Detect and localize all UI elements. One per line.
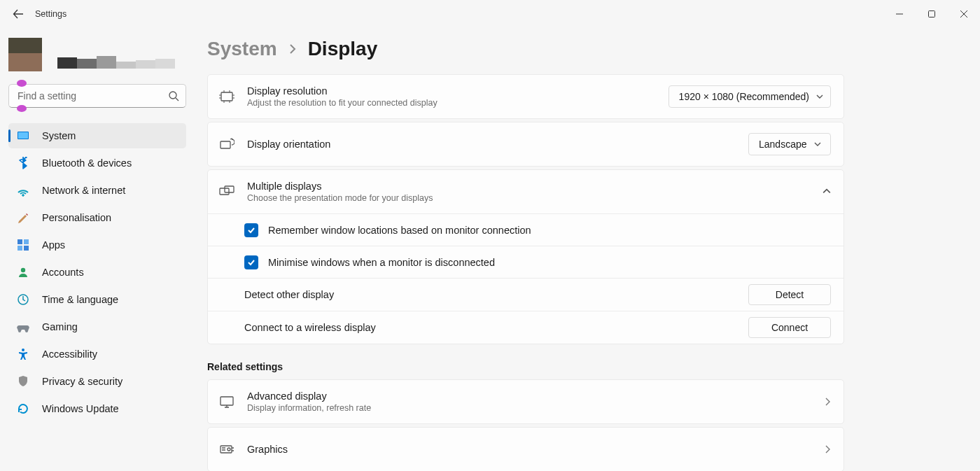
sidebar-item-label: Gaming (42, 321, 78, 332)
network-icon (17, 184, 29, 197)
sidebar-item-label: Accessibility (42, 349, 97, 360)
resolution-icon (219, 89, 234, 104)
row-minimise-on-disconnect[interactable]: Minimise windows when a monitor is disco… (208, 246, 844, 278)
sidebar-item-label: Time & language (42, 294, 118, 305)
user-block[interactable] (8, 38, 186, 71)
system-icon (17, 129, 29, 142)
svg-rect-16 (220, 397, 233, 405)
sidebar-item-label: Apps (42, 239, 65, 251)
button-label: Connect (771, 322, 808, 333)
detect-button[interactable]: Detect (748, 284, 831, 305)
window-controls (883, 0, 980, 28)
sidebar-item-apps[interactable]: Apps (8, 232, 186, 258)
sidebar-item-accessibility[interactable]: Accessibility (8, 342, 186, 367)
dropdown-value: Landscape (759, 139, 807, 150)
time-language-icon (17, 293, 29, 306)
checkbox-checked[interactable] (244, 255, 258, 269)
row-subtitle: Adjust the resolution to fit your connec… (247, 98, 656, 108)
row-display-orientation[interactable]: Display orientation Landscape (208, 122, 844, 166)
chevron-right-icon (824, 445, 831, 454)
sidebar-item-label: Windows Update (42, 403, 119, 414)
sidebar-item-privacy[interactable]: Privacy & security (8, 369, 186, 394)
checkbox-label: Minimise windows when a monitor is disco… (268, 257, 831, 268)
chevron-right-icon (824, 398, 831, 406)
resolution-dropdown[interactable]: 1920 × 1080 (Recommended) (668, 85, 831, 108)
bluetooth-icon (17, 157, 29, 169)
close-button[interactable] (948, 0, 980, 28)
sidebar-nav: System Bluetooth & devices Network & int… (8, 123, 186, 421)
titlebar: Settings (0, 0, 980, 28)
windows-update-icon (17, 402, 29, 415)
svg-point-11 (22, 349, 24, 351)
sidebar-item-label: System (42, 130, 76, 141)
row-connect-wireless-display: Connect to a wireless display Connect (208, 311, 844, 344)
svg-rect-13 (220, 141, 230, 148)
related-settings-heading: Related settings (207, 361, 844, 372)
privacy-icon (17, 375, 29, 388)
svg-rect-6 (24, 239, 29, 244)
row-label: Detect other display (244, 289, 738, 300)
avatar (8, 38, 42, 71)
chevron-right-icon (288, 43, 297, 57)
sidebar-item-label: Network & internet (42, 185, 125, 196)
breadcrumb-parent[interactable]: System (207, 38, 277, 60)
minimize-button[interactable] (883, 0, 916, 28)
row-remember-window-locations[interactable]: Remember window locations based on monit… (208, 213, 844, 246)
row-display-resolution[interactable]: Display resolution Adjust the resolution… (208, 75, 844, 118)
svg-point-1 (169, 92, 176, 99)
row-subtitle: Choose the presentation mode for your di… (247, 193, 810, 203)
row-label: Connect to a wireless display (244, 322, 738, 333)
sidebar-item-time[interactable]: Time & language (8, 287, 186, 312)
sidebar-item-gaming[interactable]: Gaming (8, 314, 186, 339)
sidebar-item-accounts[interactable]: Accounts (8, 260, 186, 285)
back-button[interactable] (13, 8, 24, 20)
accounts-icon (17, 266, 29, 279)
sidebar-item-bluetooth[interactable]: Bluetooth & devices (8, 150, 186, 176)
row-graphics[interactable]: Graphics (208, 428, 844, 471)
row-multiple-displays[interactable]: Multiple displays Choose the presentatio… (208, 170, 844, 213)
sidebar-item-label: Privacy & security (42, 376, 122, 387)
maximize-button[interactable] (916, 0, 948, 28)
search-input[interactable] (8, 84, 186, 108)
connect-button[interactable]: Connect (748, 317, 831, 338)
accessibility-icon (17, 348, 29, 360)
row-title: Graphics (247, 444, 811, 455)
svg-rect-12 (221, 92, 232, 101)
monitor-icon (219, 394, 234, 409)
purple-dot-icon (17, 105, 27, 112)
orientation-icon (219, 136, 234, 152)
sidebar-item-personalisation[interactable]: Personalisation (8, 205, 186, 230)
orientation-dropdown[interactable]: Landscape (748, 133, 831, 155)
row-title: Multiple displays (247, 181, 810, 192)
checkbox-label: Remember window locations based on monit… (268, 225, 831, 236)
row-advanced-display[interactable]: Advanced display Display information, re… (208, 380, 844, 423)
chevron-up-icon (822, 186, 831, 197)
row-title: Display orientation (247, 139, 736, 150)
row-subtitle: Display information, refresh rate (247, 403, 811, 413)
row-title: Advanced display (247, 391, 811, 402)
personalisation-icon (17, 211, 29, 224)
button-label: Detect (776, 289, 804, 300)
sidebar-item-network[interactable]: Network & internet (8, 178, 186, 203)
svg-rect-3 (18, 132, 28, 139)
row-detect-other-display: Detect other display Detect (208, 278, 844, 311)
svg-point-18 (227, 448, 230, 451)
sidebar-item-label: Personalisation (42, 212, 111, 223)
checkbox-checked[interactable] (244, 223, 258, 237)
breadcrumb-current: Display (308, 38, 378, 60)
row-title: Display resolution (247, 85, 656, 97)
sidebar-item-label: Bluetooth & devices (42, 157, 132, 169)
svg-point-4 (22, 195, 24, 197)
dropdown-value: 1920 × 1080 (Recommended) (679, 91, 809, 102)
svg-rect-7 (18, 246, 22, 251)
chevron-down-icon (816, 93, 823, 100)
purple-dot-icon (17, 80, 27, 87)
sidebar-item-label: Accounts (42, 267, 84, 278)
breadcrumb: System Display (207, 38, 844, 60)
sidebar-item-system[interactable]: System (8, 123, 186, 148)
chevron-down-icon (814, 141, 821, 148)
sidebar: System Bluetooth & devices Network & int… (0, 28, 195, 471)
content-area: System Display Display resolution Adjust… (195, 28, 980, 471)
graphics-icon (219, 442, 234, 457)
sidebar-item-update[interactable]: Windows Update (8, 396, 186, 421)
